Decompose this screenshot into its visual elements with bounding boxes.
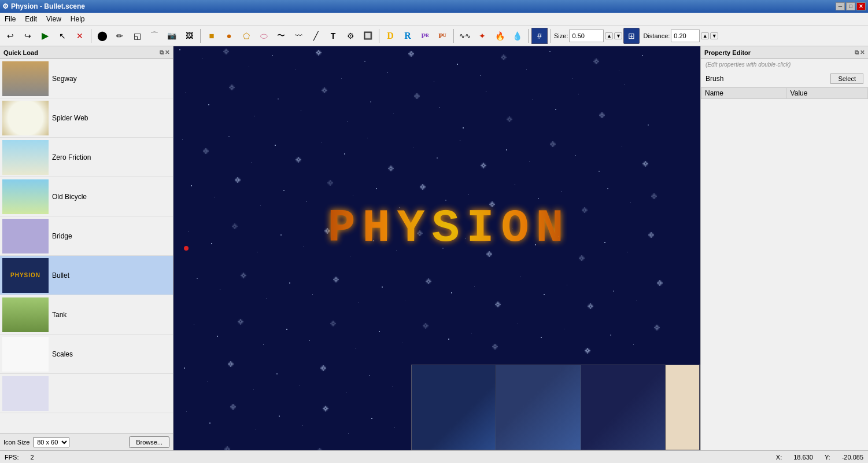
line-tool[interactable]: ╱: [308, 28, 324, 44]
delete-button[interactable]: ✕: [72, 28, 88, 44]
panel-close-button[interactable]: ✕: [165, 49, 169, 56]
undo-button[interactable]: [2, 28, 19, 44]
star-7: [341, 78, 342, 79]
toolbar-sep-2: [200, 29, 201, 43]
star-130: [286, 329, 287, 330]
x-value: 18.630: [793, 454, 813, 461]
titlebar: ⚙ Physion - Bullet.scene ─ □ ✕: [0, 0, 868, 13]
menu-view[interactable]: View: [42, 14, 66, 24]
menu-help[interactable]: Help: [66, 14, 90, 24]
browse-button[interactable]: Browse...: [129, 436, 169, 448]
x-label: X:: [776, 454, 782, 461]
scene-item-zerofriction[interactable]: Zero Friction: [0, 138, 173, 177]
scene-name-bridge: Bridge: [52, 232, 72, 240]
arc-tool[interactable]: ⌒: [146, 28, 162, 44]
canvas-area[interactable]: PHYSION: [173, 46, 700, 450]
icon-size-select[interactable]: 80 x 60 64 x 48 32 x 24: [33, 437, 69, 447]
star-141: [541, 337, 542, 338]
scene-item-tank[interactable]: Tank: [0, 295, 173, 335]
scene-name-bullet: Bullet: [52, 271, 69, 280]
rigid-button[interactable]: R: [400, 28, 416, 44]
star-144: [610, 335, 611, 336]
size-input[interactable]: [569, 30, 604, 42]
bezier-tool[interactable]: 〜: [273, 28, 289, 44]
rope-tool[interactable]: 〰: [290, 28, 306, 44]
box-tool[interactable]: ■: [204, 28, 220, 44]
cursor-button[interactable]: ↖: [54, 28, 71, 44]
star-115: [428, 281, 429, 282]
star-49: [344, 153, 345, 155]
magnet-tool[interactable]: 🔲: [360, 28, 376, 44]
camera-icon: 📷: [167, 31, 176, 40]
star-62: [645, 163, 646, 164]
blob-tool[interactable]: ⬭: [256, 28, 272, 44]
maximize-button[interactable]: □: [846, 2, 855, 10]
star-67: [283, 190, 285, 191]
menu-edit[interactable]: Edit: [20, 14, 42, 24]
circle-tool[interactable]: ●: [221, 28, 237, 44]
eraser-icon: ◱: [134, 31, 141, 41]
fire-tool[interactable]: 🔥: [492, 28, 508, 44]
explosion-tool[interactable]: ✦: [474, 28, 490, 44]
scene-name-oldbicycle: Old Bicycle: [52, 193, 87, 201]
water-tool[interactable]: 💧: [509, 28, 525, 44]
star-43: [205, 150, 206, 152]
scene-thumb-unknown: [2, 376, 49, 411]
wave-tool[interactable]: ∿∿: [457, 28, 473, 44]
text-tool[interactable]: T: [325, 28, 341, 44]
size-up-button[interactable]: ▲: [605, 32, 613, 39]
pencil-tool[interactable]: ✏: [112, 28, 128, 44]
scene-item-oldbicycle[interactable]: Old Bicycle: [0, 177, 173, 216]
box-icon: ■: [209, 31, 214, 41]
star-21: [185, 93, 186, 93]
minimize-button[interactable]: ─: [836, 2, 845, 10]
snap-icon-button[interactable]: ⊞: [623, 28, 640, 44]
gear-tool[interactable]: ⚙: [342, 28, 359, 44]
screenshot-tool[interactable]: 🖼: [181, 28, 197, 44]
dist-up-button[interactable]: ▲: [701, 32, 709, 39]
star-91: [350, 256, 350, 256]
value-col-header: Value: [786, 88, 867, 99]
star-156: [392, 387, 393, 387]
camera-tool[interactable]: 📷: [164, 28, 180, 44]
dist-down-button[interactable]: ▼: [710, 32, 718, 39]
right-panel-float-button[interactable]: ⧉: [855, 49, 859, 56]
scene-item-segway[interactable]: Segway: [0, 59, 173, 98]
close-button[interactable]: ✕: [856, 2, 866, 10]
redo-button[interactable]: [20, 28, 36, 44]
snap-grid-button[interactable]: #: [531, 28, 548, 44]
scene-item-scales[interactable]: Scales: [0, 335, 173, 374]
size-down-button[interactable]: ▼: [614, 32, 622, 39]
distance-input[interactable]: [671, 30, 700, 42]
polygon-tool[interactable]: ⬠: [238, 28, 254, 44]
titlebar-controls[interactable]: ─ □ ✕: [836, 2, 866, 10]
star-14: [503, 57, 504, 58]
star-4: [272, 55, 273, 56]
eraser-tool[interactable]: ◱: [129, 28, 145, 44]
particle-r-button[interactable]: PR: [417, 28, 433, 44]
scene-item-spiderweb[interactable]: Spider Web: [0, 98, 173, 138]
dynamic-button[interactable]: D: [382, 28, 398, 44]
star-154: [346, 392, 346, 393]
select-button[interactable]: Select: [830, 74, 863, 84]
star-120: [544, 294, 545, 295]
delete-icon: ✕: [76, 31, 83, 41]
scene-item-bullet[interactable]: PHYSIONBullet: [0, 256, 173, 295]
star-47: [298, 159, 299, 160]
right-panel-controls: ⧉ ✕: [855, 49, 865, 56]
scene-thumb-bullet: PHYSION: [2, 258, 49, 293]
right-panel-close-button[interactable]: ✕: [860, 49, 865, 56]
star-69: [330, 182, 331, 183]
star-10: [411, 53, 412, 54]
scene-item-bridge[interactable]: Bridge: [0, 216, 173, 256]
panel-float-button[interactable]: ⧉: [160, 49, 164, 56]
star-137: [448, 339, 449, 340]
scene-item-unknown[interactable]: [0, 374, 173, 413]
wave-icon: ∿∿: [459, 32, 471, 40]
ball-tool[interactable]: ⬤: [94, 28, 110, 44]
brush-row: Brush Select: [701, 70, 868, 87]
star-123: [613, 291, 614, 292]
particle-l-button[interactable]: PU: [434, 28, 450, 44]
play-button[interactable]: [37, 28, 53, 44]
menu-file[interactable]: File: [0, 14, 20, 24]
